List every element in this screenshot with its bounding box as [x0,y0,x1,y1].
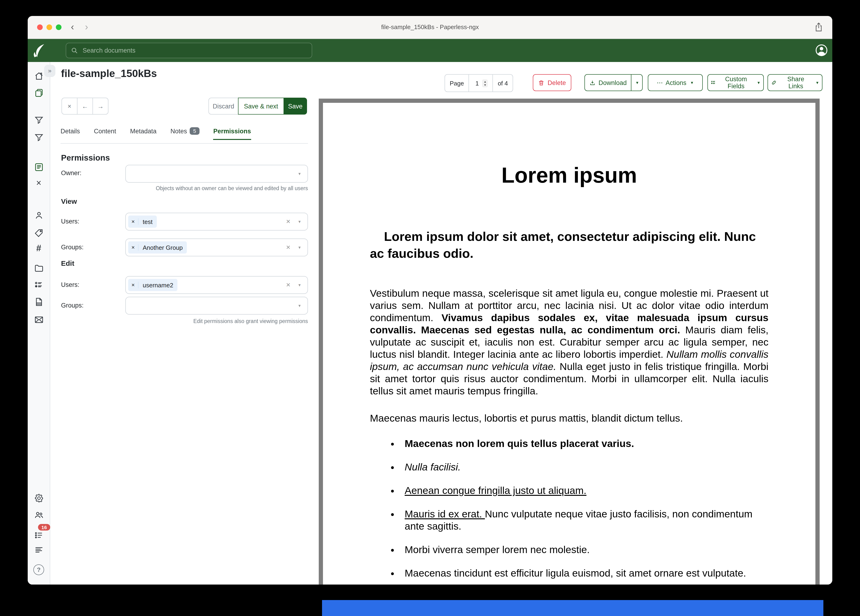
correspondents-icon[interactable] [34,211,44,221]
caret-down-icon: ▼ [690,80,694,85]
edit-users-select[interactable]: × username2 ✕ ▼ [126,276,308,294]
document-heading-1: Lorem ipsum [370,162,769,188]
discard-button[interactable]: Discard [209,97,239,115]
document-heading-2: Lorem ipsum dolor sit amet, consectetur … [370,228,769,262]
close-editor-button[interactable]: × [61,97,77,115]
view-groups-label: Groups: [61,244,83,251]
fields-list-icon [711,79,716,86]
caret-down-icon: ▼ [757,80,761,85]
share-links-button[interactable]: Share Links▼ [767,74,822,91]
caret-down-icon[interactable]: ▼ [298,283,301,287]
save-next-button[interactable]: Save & next [238,97,284,115]
tab-metadata[interactable]: Metadata [130,128,157,139]
document-nav-group: × ← → [61,97,108,115]
ellipsis-icon [657,80,663,86]
caret-down-icon[interactable]: ▼ [298,245,301,250]
clear-icon[interactable]: ✕ [286,218,290,225]
tasks-icon[interactable] [34,530,44,541]
logs-icon[interactable] [34,545,44,555]
edit-users-label: Users: [61,281,79,288]
edit-section-heading: Edit [61,259,74,267]
documents-icon[interactable] [34,88,44,98]
close-document-icon[interactable]: × [28,178,50,188]
actions-button[interactable]: Actions▼ [648,74,703,91]
tab-details[interactable]: Details [61,128,80,139]
document-bullet-list: Maecenas non lorem quis tellus placerat … [370,438,769,579]
user-avatar-icon[interactable] [814,43,829,57]
sidebar-expand-button[interactable]: » [44,65,55,77]
trash-icon [538,79,545,86]
stepper-up-icon[interactable]: ▲ [484,80,486,83]
document-paragraph: Maecenas mauris lectus, lobortis et puru… [370,412,769,424]
chip-remove-icon[interactable]: × [128,282,138,288]
settings-icon[interactable] [34,493,44,503]
owner-help-text: Objects without an owner can be viewed a… [126,185,308,191]
user-menu-caret-icon[interactable]: ▼ [832,48,832,53]
caret-down-icon[interactable]: ▼ [298,303,301,308]
download-split-button: Download ▼ [584,74,643,91]
view-section-heading: View [61,197,77,205]
open-document-icon[interactable] [34,162,44,172]
save-button[interactable]: Save [284,97,307,115]
previous-document-button[interactable]: ← [77,97,93,115]
caret-down-icon[interactable]: ▼ [298,220,301,224]
view-users-select[interactable]: × test ✕ ▼ [126,213,308,231]
owner-label: Owner: [61,170,82,176]
caret-down-icon[interactable]: ▼ [298,171,301,176]
filter-icon[interactable] [34,132,44,143]
tab-notes[interactable]: Notes5 [170,128,199,140]
document-tabs: Details Content Metadata Notes5 Permissi… [61,128,308,144]
selected-user-chip: × test [128,215,157,228]
notes-count-badge: 5 [190,127,199,135]
share-icon[interactable] [814,22,823,32]
storage-paths-icon[interactable] [34,263,44,273]
page-navigation-widget: Page ▲ ▼ of 4 [444,74,513,92]
search-icon [71,47,78,54]
save-group: Discard Save & next Save [209,97,307,115]
document-types-icon[interactable]: # [28,243,50,253]
templates-icon[interactable] [34,297,44,307]
tab-content[interactable]: Content [94,128,116,139]
app-header: ▼ [28,39,832,62]
delete-button[interactable]: Delete [533,74,571,91]
view-groups-select[interactable]: × Another Group ✕ ▼ [126,239,308,256]
download-options-button[interactable]: ▼ [631,74,643,91]
page-title: file-sample_150kBs [61,68,157,80]
search-input[interactable] [82,47,307,55]
edit-groups-select[interactable]: ▼ [126,297,308,314]
sidebar: × # [28,62,50,585]
custom-fields-button[interactable]: Custom Fields▼ [708,74,764,91]
custom-fields-icon[interactable] [34,280,44,290]
next-document-button[interactable]: → [93,97,108,115]
users-groups-icon[interactable] [34,510,44,520]
page-number-input[interactable] [474,80,480,86]
download-button[interactable]: Download [584,74,631,91]
stepper-down-icon[interactable]: ▼ [484,83,486,86]
page-label: Page [445,75,469,91]
help-icon[interactable]: ? [28,564,50,575]
selected-group-chip: × Another Group [128,241,187,253]
saved-views-icon[interactable] [34,115,44,125]
tasks-badge: 16 [38,524,50,531]
tab-permissions[interactable]: Permissions [213,128,251,140]
paperless-logo-icon[interactable] [32,43,47,58]
tags-icon[interactable] [34,228,44,238]
list-item: Mauris id ex erat. Nunc vulputate neque … [400,508,769,533]
selected-user-chip: × username2 [128,279,177,291]
home-icon[interactable] [34,71,44,81]
list-item: Morbi viverra semper lorem nec molestie. [400,544,769,556]
search-bar [66,43,312,58]
clear-icon[interactable]: ✕ [286,244,290,251]
page-total-label: of 4 [493,75,513,91]
link-icon [771,79,777,86]
view-users-label: Users: [61,218,79,225]
mail-icon[interactable] [34,314,44,325]
pdf-preview-frame[interactable]: Lorem ipsum Lorem ipsum dolor sit amet, … [319,99,820,585]
owner-select[interactable]: ▼ [126,165,308,183]
caret-down-icon: ▼ [636,80,639,85]
background-window-strip [322,600,823,616]
chip-remove-icon[interactable]: × [128,218,138,225]
clear-icon[interactable]: ✕ [286,282,290,288]
page-stepper[interactable]: ▲ ▼ [482,79,488,87]
chip-remove-icon[interactable]: × [128,244,138,251]
